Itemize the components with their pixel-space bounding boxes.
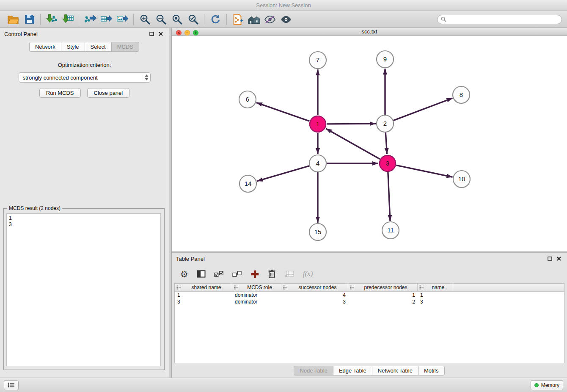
cell-mcds-role[interactable]: dominator — [232, 292, 281, 298]
sort-icon — [419, 285, 424, 290]
criterion-dropdown[interactable]: strongly connected component — [19, 72, 151, 83]
edge-1-2[interactable] — [327, 124, 376, 124]
eye-brush-icon — [264, 15, 276, 24]
column-header-predecessor-nodes[interactable]: predecessor nodes — [348, 284, 418, 291]
node-table[interactable]: shared name MCDS role — [174, 283, 564, 363]
network-window-titlebar[interactable]: × − + scc.txt — [172, 28, 567, 36]
edge-3-10[interactable] — [396, 165, 453, 177]
show-graphics-details-button[interactable] — [262, 12, 278, 27]
window-title: Session: New Session — [256, 2, 311, 8]
toolbar-separator — [204, 14, 204, 25]
network-from-selection-button[interactable] — [230, 12, 246, 27]
tab-edge-table[interactable]: Edge Table — [333, 366, 372, 375]
close-table-panel-button[interactable] — [555, 255, 563, 262]
network-window-title: scc.txt — [362, 28, 377, 35]
cell-predecessor-nodes[interactable]: 2 — [348, 298, 418, 305]
toggle-graphics-details-button[interactable] — [278, 12, 294, 27]
sort-icon — [176, 285, 181, 290]
tab-network-table[interactable]: Network Table — [372, 366, 418, 375]
table-row[interactable]: 1 dominator 4 1 1 — [175, 292, 564, 298]
import-table-icon — [62, 14, 74, 25]
select-all-columns-button[interactable] — [214, 271, 224, 278]
zoom-out-button[interactable] — [153, 12, 169, 27]
close-window-button[interactable]: × — [176, 30, 182, 36]
close-panel-button-mcds[interactable]: Close panel — [87, 88, 130, 98]
float-table-panel-button[interactable] — [546, 255, 553, 262]
cell-successor-nodes[interactable]: 4 — [281, 292, 348, 298]
toolbar-separator — [133, 14, 134, 25]
open-session-button[interactable] — [5, 12, 21, 27]
edge-2-3[interactable] — [385, 133, 387, 154]
zoom-selected-button[interactable] — [185, 12, 201, 27]
node-label-6: 6 — [246, 96, 249, 103]
tab-node-table[interactable]: Node Table — [294, 366, 333, 375]
edge-4-14[interactable] — [257, 166, 309, 181]
cell-successor-nodes[interactable]: 3 — [281, 298, 348, 305]
titlebar: Session: New Session — [0, 0, 567, 11]
tab-style[interactable]: Style — [61, 42, 85, 52]
home-views-button[interactable] — [246, 12, 262, 27]
function-builder-button[interactable]: f(x) — [303, 270, 313, 278]
show-columns-button[interactable] — [197, 270, 206, 278]
export-network-button[interactable] — [82, 12, 98, 27]
minimize-window-button[interactable]: − — [184, 30, 190, 36]
column-header-filler — [453, 284, 564, 291]
close-panel-button[interactable] — [157, 30, 165, 37]
edge-2-8[interactable] — [394, 98, 453, 121]
network-canvas[interactable]: 7968124314101511 — [172, 36, 567, 251]
search-field[interactable] — [437, 15, 562, 24]
tab-network[interactable]: Network — [29, 42, 61, 52]
column-header-name[interactable]: name — [418, 284, 453, 291]
tab-select[interactable]: Select — [85, 42, 112, 52]
task-history-button[interactable] — [4, 380, 19, 390]
export-image-button[interactable] — [114, 12, 130, 27]
deselect-all-columns-button[interactable] — [232, 271, 242, 278]
table-row[interactable]: 3 dominator 3 2 3 — [175, 298, 564, 305]
save-session-button[interactable] — [21, 12, 37, 27]
add-row-button[interactable] — [250, 270, 259, 279]
tab-motifs[interactable]: Motifs — [418, 366, 445, 375]
column-header-shared-name[interactable]: shared name — [175, 284, 232, 291]
network-view-window: × − + scc.txt 7968124314101511 — [172, 28, 567, 251]
edge-3-11[interactable] — [388, 172, 390, 221]
cell-shared-name[interactable]: 3 — [175, 298, 232, 305]
sort-icon — [350, 285, 355, 290]
mcds-result-title: MCDS result (2 nodes) — [7, 205, 62, 211]
edge-1-6[interactable] — [256, 102, 309, 121]
column-header-successor-nodes[interactable]: successor nodes — [281, 284, 348, 291]
edge-3-1[interactable] — [326, 129, 380, 159]
float-icon — [548, 257, 552, 261]
tab-mcds[interactable]: MCDS — [111, 42, 139, 52]
delete-row-button[interactable] — [268, 269, 276, 279]
export-table-button[interactable] — [98, 12, 114, 27]
apply-layout-button[interactable] — [207, 12, 223, 27]
column-header-mcds-role[interactable]: MCDS role — [232, 284, 281, 291]
export-image-icon — [116, 14, 129, 25]
float-panel-button[interactable] — [148, 30, 155, 37]
houses-icon — [248, 14, 261, 25]
zoom-fit-button[interactable] — [169, 12, 185, 27]
mcds-result-list[interactable]: 1 3 — [6, 213, 161, 366]
cell-mcds-role[interactable]: dominator — [232, 298, 281, 305]
delete-table-button[interactable] — [284, 271, 295, 277]
cell-name[interactable]: 3 — [418, 298, 453, 305]
criterion-selected-value: strongly connected component — [23, 75, 98, 81]
node-label-4: 4 — [316, 160, 319, 167]
memory-label: Memory — [541, 382, 559, 388]
maximize-window-button[interactable]: + — [193, 30, 198, 36]
search-input[interactable] — [449, 17, 558, 22]
mcds-result-box: MCDS result (2 nodes) 1 3 — [3, 208, 165, 370]
columns-icon — [197, 270, 206, 278]
memory-button[interactable]: Memory — [531, 380, 563, 390]
cell-predecessor-nodes[interactable]: 1 — [348, 292, 418, 298]
search-icon — [441, 17, 446, 22]
zoom-in-button[interactable] — [137, 12, 153, 27]
cell-name[interactable]: 1 — [418, 292, 453, 298]
import-table-button[interactable] — [60, 12, 76, 27]
import-network-button[interactable] — [44, 12, 60, 27]
cell-shared-name[interactable]: 1 — [175, 292, 232, 298]
run-mcds-button[interactable]: Run MCDS — [39, 88, 81, 98]
table-settings-button[interactable]: ⚙ — [180, 270, 188, 279]
eye-icon — [280, 15, 292, 24]
network-graph[interactable]: 7968124314101511 — [172, 36, 567, 249]
